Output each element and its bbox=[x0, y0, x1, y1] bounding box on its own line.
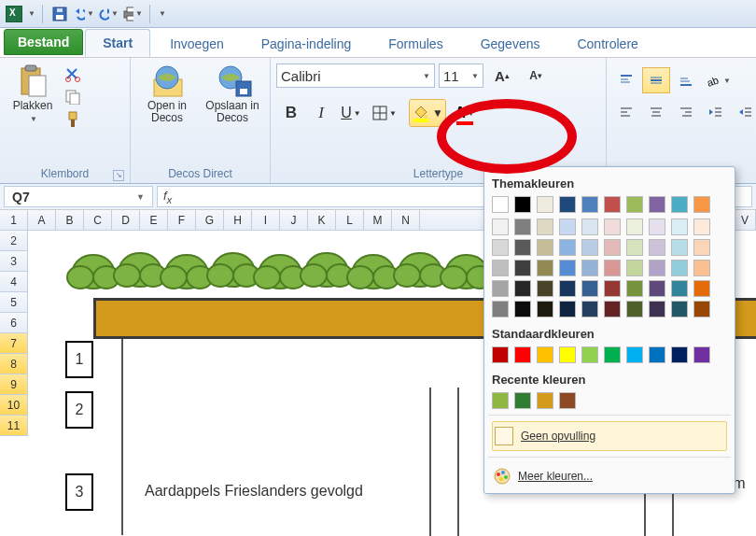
tab-gegevens[interactable]: Gegevens bbox=[463, 30, 558, 57]
app-menu-arrow[interactable]: ▼ bbox=[28, 9, 35, 18]
color-swatch[interactable] bbox=[649, 301, 665, 317]
color-swatch[interactable] bbox=[693, 260, 710, 276]
color-swatch[interactable] bbox=[649, 346, 665, 363]
color-swatch[interactable] bbox=[693, 196, 710, 213]
color-swatch[interactable] bbox=[537, 280, 553, 297]
color-swatch[interactable] bbox=[537, 260, 553, 276]
color-swatch[interactable] bbox=[492, 346, 509, 363]
font-size-combo[interactable]: 11▼ bbox=[439, 63, 483, 88]
color-swatch[interactable] bbox=[626, 239, 643, 256]
col-header[interactable]: G bbox=[196, 210, 224, 230]
color-swatch[interactable] bbox=[581, 219, 598, 235]
color-swatch[interactable] bbox=[671, 280, 688, 297]
col-header[interactable]: J bbox=[280, 210, 308, 230]
color-swatch[interactable] bbox=[693, 346, 710, 363]
color-swatch[interactable] bbox=[559, 196, 576, 213]
align-left-button[interactable] bbox=[612, 99, 640, 125]
color-swatch[interactable] bbox=[492, 301, 509, 317]
color-swatch[interactable] bbox=[514, 280, 531, 297]
color-swatch[interactable] bbox=[604, 346, 621, 363]
row-header[interactable]: 9 bbox=[0, 374, 28, 395]
color-swatch[interactable] bbox=[693, 239, 710, 256]
color-swatch[interactable] bbox=[537, 219, 553, 235]
align-top-button[interactable] bbox=[612, 67, 640, 93]
color-swatch[interactable] bbox=[492, 196, 509, 213]
color-swatch[interactable] bbox=[559, 346, 576, 363]
tab-pagina-indeling[interactable]: Pagina-indeling bbox=[244, 30, 370, 57]
more-colors-option[interactable]: Meer kleuren... bbox=[492, 463, 727, 489]
color-swatch[interactable] bbox=[604, 239, 621, 256]
color-swatch[interactable] bbox=[514, 219, 531, 235]
color-swatch[interactable] bbox=[671, 346, 688, 363]
save-button[interactable] bbox=[49, 4, 70, 24]
bold-button[interactable]: B bbox=[276, 99, 306, 127]
col-header[interactable]: D bbox=[112, 210, 140, 230]
row-header[interactable]: 5 bbox=[0, 292, 28, 313]
open-in-decos-button[interactable]: Open in Decos bbox=[136, 62, 198, 127]
align-bottom-button[interactable] bbox=[672, 67, 700, 93]
col-header[interactable]: K bbox=[308, 210, 336, 230]
color-swatch[interactable] bbox=[626, 280, 643, 297]
color-swatch[interactable] bbox=[514, 196, 531, 213]
color-swatch[interactable] bbox=[537, 196, 553, 213]
row-header[interactable]: 11 bbox=[0, 416, 28, 436]
color-swatch[interactable] bbox=[492, 219, 509, 235]
color-swatch[interactable] bbox=[649, 219, 665, 235]
color-swatch[interactable] bbox=[604, 260, 621, 276]
col-header[interactable]: B bbox=[56, 210, 84, 230]
align-middle-button[interactable] bbox=[642, 67, 670, 93]
color-swatch[interactable] bbox=[514, 301, 531, 317]
increase-indent-button[interactable] bbox=[732, 99, 756, 125]
color-swatch[interactable] bbox=[671, 301, 688, 317]
name-box[interactable]: Q7▼ bbox=[4, 186, 153, 207]
col-header[interactable]: H bbox=[224, 210, 252, 230]
color-swatch[interactable] bbox=[492, 280, 509, 297]
color-swatch[interactable] bbox=[604, 301, 621, 317]
decrease-font-button[interactable]: A▾ bbox=[521, 62, 551, 90]
color-swatch[interactable] bbox=[626, 346, 643, 363]
row-header[interactable]: 10 bbox=[0, 395, 28, 416]
color-swatch[interactable] bbox=[671, 260, 688, 276]
col-header[interactable]: E bbox=[140, 210, 168, 230]
color-swatch[interactable] bbox=[559, 301, 576, 317]
color-swatch[interactable] bbox=[559, 219, 576, 235]
tab-invoegen[interactable]: Invoegen bbox=[152, 30, 242, 57]
color-swatch[interactable] bbox=[581, 260, 598, 276]
color-swatch[interactable] bbox=[604, 280, 621, 297]
color-swatch[interactable] bbox=[626, 301, 643, 317]
row-header[interactable]: 1 bbox=[0, 210, 28, 231]
color-swatch[interactable] bbox=[671, 219, 688, 235]
color-swatch[interactable] bbox=[514, 346, 531, 363]
col-header[interactable]: A bbox=[28, 210, 56, 230]
col-header[interactable]: I bbox=[252, 210, 280, 230]
row-header[interactable]: 6 bbox=[0, 313, 28, 333]
tab-controleren[interactable]: Controlere bbox=[559, 30, 655, 57]
align-right-button[interactable] bbox=[672, 99, 700, 125]
color-swatch[interactable] bbox=[559, 392, 576, 409]
col-header[interactable]: V bbox=[734, 210, 756, 230]
color-swatch[interactable] bbox=[537, 301, 553, 317]
tab-file[interactable]: Bestand bbox=[4, 29, 83, 55]
color-swatch[interactable] bbox=[693, 280, 710, 297]
color-swatch[interactable] bbox=[537, 346, 553, 363]
increase-font-button[interactable]: A▴ bbox=[487, 62, 517, 90]
color-swatch[interactable] bbox=[693, 301, 710, 317]
col-header[interactable]: L bbox=[336, 210, 364, 230]
color-swatch[interactable] bbox=[649, 280, 665, 297]
undo-button[interactable]: ▼ bbox=[74, 4, 94, 24]
color-swatch[interactable] bbox=[581, 280, 598, 297]
color-swatch[interactable] bbox=[514, 239, 531, 256]
color-swatch[interactable] bbox=[626, 219, 643, 235]
color-swatch[interactable] bbox=[693, 219, 710, 235]
fill-color-button[interactable]: ▼ bbox=[409, 99, 446, 127]
color-swatch[interactable] bbox=[671, 239, 688, 256]
color-swatch[interactable] bbox=[559, 239, 576, 256]
quick-print-button[interactable]: ▼ bbox=[122, 4, 143, 24]
col-header[interactable]: M bbox=[364, 210, 392, 230]
clipboard-dialog-launcher[interactable]: ↘ bbox=[113, 170, 124, 181]
paste-button[interactable]: Plakken▼ bbox=[6, 62, 60, 128]
tab-formules[interactable]: Formules bbox=[371, 30, 460, 57]
cut-button[interactable] bbox=[63, 65, 82, 84]
color-swatch[interactable] bbox=[649, 260, 665, 276]
color-swatch[interactable] bbox=[514, 392, 531, 409]
